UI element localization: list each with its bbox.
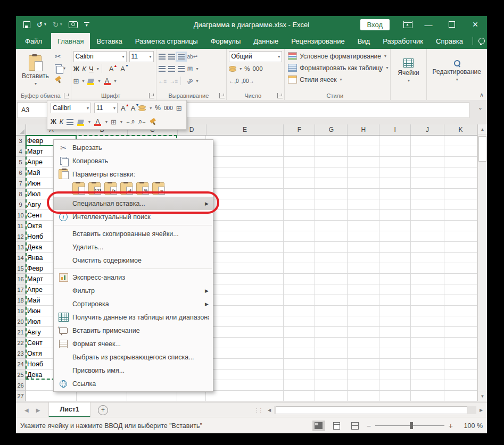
shrink-font-button[interactable]: А▼: [120, 65, 125, 73]
cell-H12[interactable]: [348, 231, 379, 242]
cell-J24[interactable]: [411, 359, 444, 370]
cell-I6[interactable]: [379, 167, 411, 178]
cell-G21[interactable]: [315, 327, 348, 338]
row-header-10[interactable]: 10: [16, 210, 26, 221]
cell-E5[interactable]: [206, 157, 284, 167]
cell-H13[interactable]: [348, 242, 379, 253]
grow-font-button[interactable]: А▲: [109, 65, 114, 73]
paste-option-formatting-icon[interactable]: %: [136, 182, 148, 195]
cell-K19[interactable]: [444, 306, 477, 316]
mini-borders-button[interactable]: ⊞: [111, 119, 117, 125]
cut-button[interactable]: ✂: [54, 52, 67, 61]
cell-F19[interactable]: [284, 306, 315, 316]
cell-A27[interactable]: [26, 391, 77, 401]
menu-item[interactable]: iИнтеллектуальный поиск: [54, 210, 213, 223]
menu-item[interactable]: Копировать: [54, 154, 213, 167]
page-break-view-button[interactable]: [349, 421, 361, 431]
cell-C27[interactable]: [127, 391, 177, 401]
cell-I10[interactable]: [379, 210, 411, 221]
cell-G19[interactable]: [315, 306, 348, 316]
cell-K22[interactable]: [444, 338, 477, 348]
cell-J6[interactable]: [411, 167, 444, 178]
cell-F17[interactable]: [284, 284, 315, 295]
cell-I24[interactable]: [379, 359, 411, 370]
mini-italic-button[interactable]: К: [60, 118, 63, 125]
tab-Вставка[interactable]: Вставка: [90, 33, 128, 49]
cell-J15[interactable]: [411, 263, 444, 274]
mini-align-icon[interactable]: [67, 119, 73, 125]
tab-Главная[interactable]: Главная: [51, 33, 90, 49]
cell-E8[interactable]: [206, 189, 284, 199]
cell-E10[interactable]: [206, 210, 284, 221]
cell-J23[interactable]: [411, 348, 444, 359]
menu-item[interactable]: Выбрать из раскрывающегося списка...: [54, 350, 213, 364]
cell-I23[interactable]: [379, 348, 411, 359]
conditional-formatting-button[interactable]: Условное форматирование ▾: [288, 51, 388, 62]
cell-I11[interactable]: [379, 221, 411, 231]
percent-style-button[interactable]: %: [244, 65, 250, 72]
cell-K7[interactable]: [444, 178, 477, 189]
mini-accounting-icon[interactable]: [138, 105, 146, 111]
tab-Вид[interactable]: Вид: [351, 33, 377, 49]
undo-button[interactable]: ↺▾: [37, 21, 46, 28]
column-header-E[interactable]: E: [206, 124, 284, 135]
cell-D27[interactable]: [177, 391, 206, 401]
save-button[interactable]: [23, 21, 30, 28]
cell-styles-button[interactable]: Стили ячеек ▾: [288, 74, 388, 85]
cell-F8[interactable]: [284, 189, 315, 199]
paste-option-values-icon[interactable]: 123: [88, 182, 101, 195]
cell-I18[interactable]: [379, 295, 411, 306]
cell-K15[interactable]: [444, 263, 477, 274]
cell-I26[interactable]: [379, 380, 411, 391]
cell-G14[interactable]: [315, 253, 348, 263]
row-header-14[interactable]: 14: [16, 253, 26, 263]
cell-J7[interactable]: [411, 178, 444, 189]
cell-J13[interactable]: [411, 242, 444, 253]
decrease-decimal-button[interactable]: ,00→: [242, 78, 254, 84]
cell-H24[interactable]: [348, 359, 379, 370]
align-bottom-button[interactable]: [178, 54, 185, 60]
cell-H15[interactable]: [348, 263, 379, 274]
cell-H4[interactable]: [348, 146, 379, 157]
cell-I15[interactable]: [379, 263, 411, 274]
vertical-scrollbar[interactable]: ▲ ▼: [477, 124, 487, 401]
mini-merge-button[interactable]: ⊞: [176, 104, 182, 112]
cell-H22[interactable]: [348, 338, 379, 348]
cell-E26[interactable]: [206, 380, 284, 391]
cell-G18[interactable]: [315, 295, 348, 306]
row-header-5[interactable]: 5: [16, 157, 26, 167]
cell-J20[interactable]: [411, 316, 444, 327]
cell-K17[interactable]: [444, 284, 477, 295]
cell-H25[interactable]: [348, 370, 379, 380]
row-header-15[interactable]: 15: [16, 263, 26, 274]
cell-G5[interactable]: [315, 157, 348, 167]
column-header-I[interactable]: I: [379, 124, 411, 135]
comma-style-button[interactable]: 000: [252, 65, 262, 72]
mini-bold-button[interactable]: Ж: [51, 118, 56, 125]
cell-E25[interactable]: [206, 370, 284, 380]
menu-item[interactable]: Специальная вставка...▶: [54, 197, 213, 210]
maximize-button[interactable]: [440, 16, 464, 33]
row-header-4[interactable]: 4: [16, 146, 26, 157]
paste-option-formulas-icon[interactable]: fx: [104, 182, 117, 195]
cell-G23[interactable]: [315, 348, 348, 359]
cell-G27[interactable]: [315, 391, 348, 401]
cell-G13[interactable]: [315, 242, 348, 253]
cell-J5[interactable]: [411, 157, 444, 167]
cell-J19[interactable]: [411, 306, 444, 316]
cell-J4[interactable]: [411, 146, 444, 157]
cell-I9[interactable]: [379, 199, 411, 210]
font-color-button[interactable]: А: [103, 77, 111, 85]
cell-E14[interactable]: [206, 253, 284, 263]
new-sheet-button[interactable]: +: [98, 405, 108, 415]
cell-F26[interactable]: [284, 380, 315, 391]
cell-F25[interactable]: [284, 370, 315, 380]
column-header-F[interactable]: F: [284, 124, 315, 135]
cell-E12[interactable]: [206, 231, 284, 242]
cell-H21[interactable]: [348, 327, 379, 338]
cell-I16[interactable]: [379, 274, 411, 284]
align-left-button[interactable]: [159, 66, 166, 72]
cell-G3[interactable]: [315, 136, 348, 146]
cell-F7[interactable]: [284, 178, 315, 189]
zoom-slider[interactable]: [375, 425, 444, 426]
